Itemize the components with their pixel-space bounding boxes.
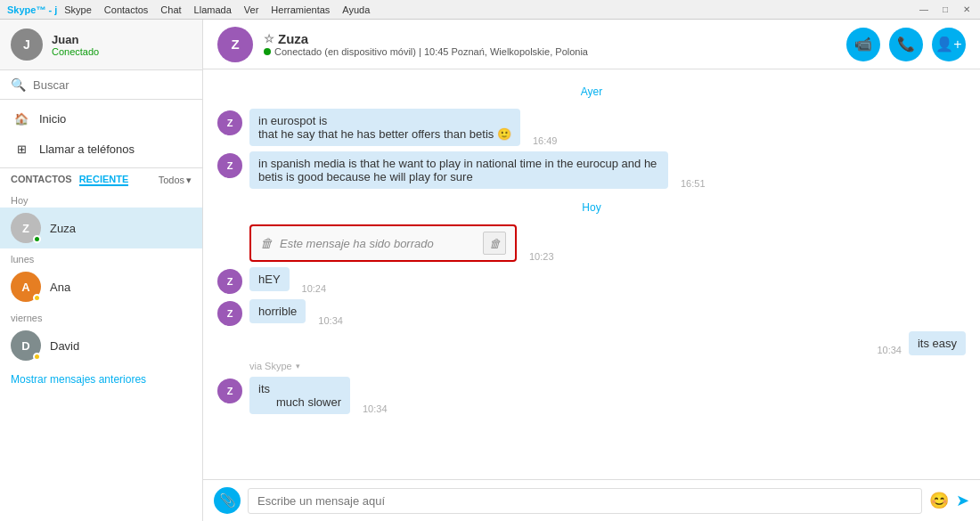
- message-bubble: in spanish media is that he want to play…: [249, 151, 668, 189]
- close-button[interactable]: ✕: [960, 4, 973, 16]
- menu-contactos[interactable]: Contactos: [104, 4, 149, 15]
- contact-name: Zuza: [50, 222, 76, 235]
- menu-ver[interactable]: Ver: [244, 4, 259, 15]
- message-time: 16:51: [681, 178, 706, 189]
- avatar: Z: [217, 269, 242, 294]
- message-bubble: hEY: [249, 267, 290, 291]
- deleted-message-bubble: 🗑 Este mensaje ha sido borrado 🗑: [249, 224, 517, 262]
- message-time: 10:23: [529, 251, 554, 262]
- day-divider-ayer: Ayer: [217, 85, 966, 98]
- contacts-header: CONTACTOS RECIENTE Todos ▾: [0, 168, 202, 190]
- tab-reciente[interactable]: RECIENTE: [79, 174, 129, 186]
- menu-chat[interactable]: Chat: [160, 4, 181, 15]
- search-bar[interactable]: 🔍: [0, 70, 202, 100]
- message-time: 10:34: [318, 315, 343, 326]
- chat-header-left: Z ☆ Zuza Conectado (en dispositivo móvil…: [217, 27, 588, 62]
- sidebar-item-inicio[interactable]: 🏠 Inicio: [0, 103, 202, 134]
- message-row: Z horrible 10:34: [217, 299, 966, 326]
- message-bubble: its much slower: [249, 377, 350, 414]
- app-title: Skype™ - j: [7, 4, 57, 15]
- minimize-button[interactable]: —: [918, 4, 930, 16]
- message-row-sent: 10:34 its easy: [217, 331, 966, 355]
- message-group: in spanish media is that he want to play…: [249, 151, 668, 189]
- contact-item-david[interactable]: D David: [0, 325, 202, 366]
- message-bubble: its easy: [909, 331, 966, 355]
- profile-info: Juan Conectado: [52, 33, 99, 57]
- chat-area: Z ☆ Zuza Conectado (en dispositivo móvil…: [203, 20, 980, 521]
- avatar: J: [11, 28, 43, 61]
- day-divider-hoy: Hoy: [217, 201, 966, 214]
- avatar: Z: [217, 153, 242, 178]
- sidebar: J Juan Conectado 🔍 🏠 Inicio ⊞ Llamar a t…: [0, 20, 203, 521]
- via-skype-label: via Skype ▾: [249, 361, 966, 371]
- chat-header: Z ☆ Zuza Conectado (en dispositivo móvil…: [203, 20, 980, 69]
- phone-icon: ⊞: [12, 140, 30, 158]
- contact-name: Ana: [50, 281, 70, 294]
- video-call-button[interactable]: 📹: [846, 28, 880, 61]
- message-time: 10:24: [302, 283, 327, 294]
- menu-herramientas[interactable]: Herramientas: [271, 4, 330, 15]
- message-row: Z in spanish media is that he want to pl…: [217, 151, 966, 189]
- search-input[interactable]: [33, 78, 192, 92]
- titlebar: Skype™ - j Skype Contactos Chat Llamada …: [0, 0, 980, 20]
- section-viernes: viernes: [0, 307, 202, 325]
- sidebar-profile: J Juan Conectado: [0, 20, 202, 70]
- sidebar-item-llamar[interactable]: ⊞ Llamar a teléfonos: [0, 134, 202, 164]
- menu-ayuda[interactable]: Ayuda: [342, 4, 370, 15]
- delete-message-button[interactable]: 🗑: [483, 232, 506, 255]
- menu-skype[interactable]: Skype: [64, 4, 92, 15]
- message-row: Z in eurospot isthat he say that he has …: [217, 109, 966, 146]
- message-group: horrible: [249, 299, 306, 323]
- star-icon: ☆: [264, 32, 274, 45]
- avatar: A: [11, 272, 41, 302]
- avatar: Z: [217, 110, 242, 135]
- contact-avatar: Z: [217, 27, 253, 62]
- section-hoy: Hoy: [0, 190, 202, 208]
- profile-name: Juan: [52, 33, 99, 46]
- attach-button[interactable]: 📎: [214, 487, 241, 514]
- message-bubble: in eurospot isthat he say that he has be…: [249, 109, 520, 146]
- status-dot-green: [264, 48, 271, 55]
- avatar: Z: [217, 379, 242, 403]
- contact-status: Conectado (en dispositivo móvil) | 10:45…: [264, 46, 588, 57]
- message-row: Z its much slower 10:34: [217, 377, 966, 414]
- chat-header-actions: 📹 📞 👤+: [846, 28, 966, 61]
- message-group: its easy: [909, 331, 966, 355]
- avatar: Z: [217, 301, 242, 326]
- add-participant-button[interactable]: 👤+: [932, 28, 966, 61]
- audio-call-button[interactable]: 📞: [889, 28, 923, 61]
- menu-bar: Skype Contactos Chat Llamada Ver Herrami…: [64, 4, 370, 15]
- message-group: its much slower: [249, 377, 350, 414]
- message-group: in eurospot isthat he say that he has be…: [249, 109, 520, 146]
- maximize-button[interactable]: □: [939, 4, 951, 16]
- chevron-down-icon: ▾: [296, 362, 300, 370]
- contacts-filter[interactable]: Todos ▾: [159, 175, 192, 186]
- contact-item-ana[interactable]: A Ana: [0, 266, 202, 307]
- chevron-down-icon: ▾: [186, 175, 192, 186]
- profile-status: Conectado: [52, 46, 99, 57]
- tab-contactos[interactable]: CONTACTOS: [11, 174, 72, 186]
- contact-name: ☆ Zuza: [264, 31, 588, 46]
- contacts-tabs: CONTACTOS RECIENTE: [11, 174, 128, 186]
- chat-header-info: ☆ Zuza Conectado (en dispositivo móvil) …: [264, 31, 588, 57]
- contact-name: David: [50, 339, 79, 353]
- contact-item-zuza[interactable]: Z Zuza: [0, 208, 202, 248]
- section-lunes: lunes: [0, 248, 202, 266]
- message-row: Z hEY 10:24: [217, 267, 966, 294]
- home-icon: 🏠: [12, 110, 30, 127]
- emoji-button[interactable]: 😊: [929, 491, 949, 510]
- messages-area: Ayer Z in eurospot isthat he say that he…: [203, 69, 980, 479]
- show-older-messages[interactable]: Mostrar mensajes anteriores: [0, 366, 202, 393]
- message-row-deleted: 🗑 Este mensaje ha sido borrado 🗑 10:23: [249, 224, 966, 262]
- message-time: 16:49: [533, 135, 558, 146]
- avatar: D: [11, 330, 41, 361]
- avatar: Z: [11, 213, 41, 243]
- status-dot-green: [33, 235, 41, 243]
- message-time: 10:34: [877, 345, 902, 355]
- sidebar-nav: 🏠 Inicio ⊞ Llamar a teléfonos: [0, 100, 202, 168]
- message-input[interactable]: [248, 488, 922, 514]
- menu-llamada[interactable]: Llamada: [194, 4, 232, 15]
- message-time: 10:34: [363, 403, 388, 414]
- message-input-area: 📎 😊 ➤: [203, 479, 980, 521]
- send-button[interactable]: ➤: [956, 491, 969, 510]
